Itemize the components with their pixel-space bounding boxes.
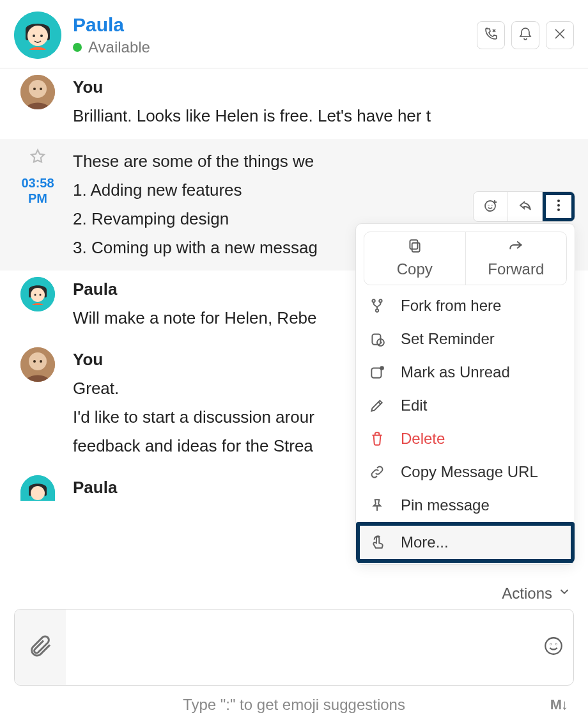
copy-label: Copy: [397, 260, 433, 278]
svg-point-3: [40, 35, 43, 37]
message-composer: [14, 609, 574, 686]
notifications-button[interactable]: [511, 21, 539, 49]
svg-point-10: [35, 294, 36, 296]
message-input[interactable]: [66, 610, 573, 685]
menu-copy-url[interactable]: Copy Message URL: [356, 455, 575, 489]
actions-label: Actions: [502, 585, 552, 602]
avatar-you[interactable]: [20, 347, 55, 382]
menu-edit[interactable]: Edit: [356, 389, 575, 422]
svg-point-6: [33, 88, 36, 90]
svg-point-32: [380, 366, 384, 370]
menu-more[interactable]: More...: [360, 526, 571, 559]
menu-label: Set Reminder: [401, 330, 495, 348]
svg-point-27: [379, 299, 382, 302]
fork-icon: [369, 297, 385, 314]
svg-point-14: [33, 360, 36, 363]
message-timestamp: 03:58 PM: [21, 175, 54, 206]
avatar-paula[interactable]: [20, 277, 55, 311]
phone-icon: [483, 26, 499, 44]
star-icon[interactable]: [29, 148, 47, 173]
composer-area: Actions Type ":" to get emoji suggestion…: [0, 581, 588, 724]
presence-dot: [73, 43, 82, 52]
more-button[interactable]: [543, 192, 575, 221]
svg-point-1: [27, 26, 48, 46]
avatar-you[interactable]: [20, 75, 55, 109]
svg-point-11: [40, 294, 42, 296]
menu-label: Copy Message URL: [401, 463, 538, 481]
reply-icon: [518, 198, 533, 216]
attach-button[interactable]: [15, 610, 66, 685]
menu-mark-unread[interactable]: Mark as Unread: [356, 356, 575, 389]
reply-button[interactable]: [508, 192, 543, 221]
message-text: Brilliant. Looks like Helen is free. Let…: [73, 104, 574, 129]
paperclip-icon: [27, 633, 53, 661]
svg-point-35: [556, 644, 557, 645]
emoji-add-icon: [483, 198, 499, 216]
menu-pin[interactable]: Pin message: [356, 489, 575, 522]
menu-label: Delete: [401, 430, 445, 448]
bell-icon: [518, 26, 533, 44]
message: You Brilliant. Looks like Helen is free.…: [0, 68, 588, 139]
menu-label: Fork from here: [401, 297, 501, 315]
svg-point-22: [557, 204, 560, 207]
forward-label: Forward: [488, 260, 544, 278]
svg-rect-25: [410, 240, 417, 249]
svg-point-7: [40, 88, 42, 90]
svg-point-15: [40, 360, 42, 363]
actions-dropdown[interactable]: Actions: [14, 581, 574, 609]
emoji-picker-button[interactable]: [543, 635, 564, 659]
svg-point-28: [376, 309, 378, 311]
svg-point-13: [29, 352, 47, 370]
svg-point-21: [557, 200, 560, 202]
copy-icon: [406, 237, 423, 260]
smile-icon: [543, 648, 564, 659]
presence-label: Available: [88, 38, 150, 56]
svg-rect-31: [371, 368, 381, 378]
messages-pane: You Brilliant. Looks like Helen is free.…: [0, 68, 588, 581]
call-button[interactable]: [477, 21, 505, 49]
menu-label: More...: [401, 533, 449, 551]
markdown-indicator[interactable]: M↓: [550, 696, 568, 713]
chat-header: Paula Available: [0, 0, 588, 68]
svg-point-26: [372, 299, 375, 302]
chat-title[interactable]: Paula: [73, 14, 150, 36]
link-icon: [369, 464, 385, 480]
react-button[interactable]: [474, 192, 508, 221]
message-hover-toolbar: [473, 191, 575, 222]
forward-icon: [507, 237, 524, 260]
unread-icon: [369, 364, 385, 381]
pencil-icon: [369, 397, 385, 414]
pin-icon: [369, 497, 385, 514]
svg-point-5: [29, 80, 47, 98]
menu-fork[interactable]: Fork from here: [356, 289, 575, 322]
svg-point-34: [550, 644, 551, 645]
svg-point-23: [557, 209, 560, 211]
svg-point-17: [31, 486, 45, 500]
menu-set-reminder[interactable]: Set Reminder: [356, 322, 575, 356]
svg-point-9: [31, 288, 45, 302]
sender-label: You: [73, 75, 574, 100]
composer-hint: Type ":" to get emoji suggestions: [183, 696, 405, 714]
menu-label: Mark as Unread: [401, 363, 510, 381]
header-avatar[interactable]: [14, 12, 61, 59]
forward-button[interactable]: Forward: [465, 232, 567, 285]
kebab-icon: [551, 198, 566, 216]
message-context-menu: Copy Forward Fork from here Set Reminder: [355, 223, 575, 565]
menu-label: Edit: [401, 397, 427, 414]
close-icon: [552, 26, 568, 44]
svg-point-2: [33, 35, 35, 37]
menu-delete[interactable]: Delete: [356, 422, 575, 455]
svg-rect-24: [412, 243, 419, 252]
svg-point-33: [545, 638, 562, 654]
reminder-icon: [369, 331, 385, 347]
close-button[interactable]: [546, 21, 574, 49]
presence-status: Available: [73, 38, 150, 56]
menu-label: Pin message: [401, 496, 490, 514]
avatar-paula[interactable]: [20, 475, 55, 501]
tap-icon: [369, 534, 385, 551]
trash-icon: [369, 430, 385, 447]
chevron-down-icon: [552, 585, 571, 602]
copy-button[interactable]: Copy: [364, 232, 465, 285]
